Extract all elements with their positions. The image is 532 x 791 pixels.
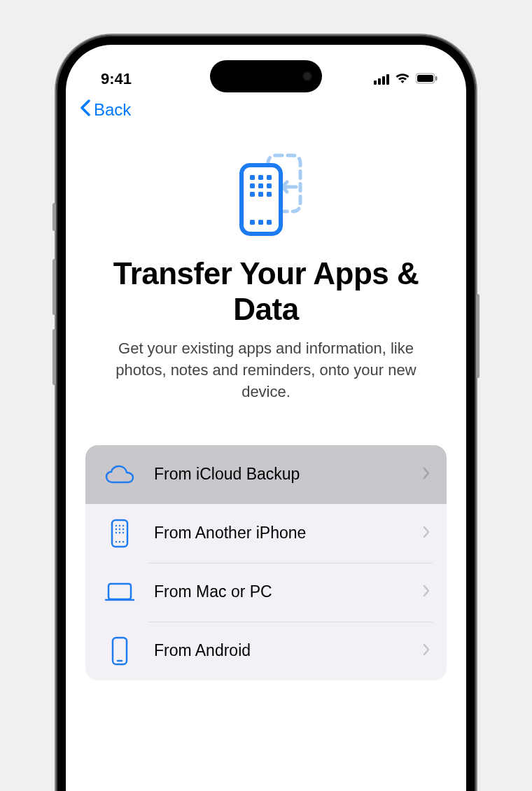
chevron-right-icon: [423, 643, 430, 659]
svg-rect-14: [250, 220, 255, 225]
option-android[interactable]: From Android: [85, 622, 447, 680]
svg-rect-12: [258, 192, 263, 197]
option-label: From Another iPhone: [154, 524, 423, 542]
action-button: [52, 203, 56, 231]
status-indicators: [374, 70, 438, 88]
page-title: Transfer Your Apps & Data: [94, 256, 438, 327]
svg-point-20: [122, 524, 124, 526]
svg-point-27: [115, 540, 117, 542]
volume-up-button: [52, 259, 56, 315]
wifi-icon: [395, 70, 410, 88]
svg-point-26: [122, 531, 124, 533]
option-label: From iCloud Backup: [154, 465, 423, 484]
svg-point-29: [122, 540, 124, 542]
laptop-icon: [102, 581, 137, 603]
screen: 9:41 Back: [66, 45, 466, 791]
svg-rect-13: [267, 192, 272, 197]
svg-point-23: [122, 528, 124, 529]
svg-rect-30: [108, 584, 131, 599]
phone-outline-icon: [102, 636, 137, 666]
cloud-icon: [102, 464, 137, 485]
transfer-options-list: From iCloud Backup From Another iPhone: [85, 445, 447, 680]
option-label: From Android: [154, 641, 423, 660]
svg-point-22: [119, 528, 120, 529]
page-subtitle: Get your existing apps and information, …: [105, 338, 427, 402]
front-camera: [302, 71, 312, 81]
power-button: [476, 294, 479, 378]
svg-rect-1: [417, 75, 433, 82]
svg-rect-16: [267, 220, 272, 225]
hero-section: Transfer Your Apps & Data Get your exist…: [66, 148, 466, 403]
chevron-right-icon: [423, 526, 430, 541]
option-another-iphone[interactable]: From Another iPhone: [85, 504, 447, 563]
svg-rect-5: [250, 175, 255, 180]
svg-rect-6: [258, 175, 263, 180]
iphone-icon: [102, 518, 137, 549]
chevron-right-icon: [423, 584, 430, 600]
svg-rect-8: [250, 183, 255, 188]
svg-point-21: [115, 528, 117, 529]
option-icloud-backup[interactable]: From iCloud Backup: [85, 445, 447, 504]
svg-rect-10: [267, 183, 272, 188]
chevron-left-icon: [80, 99, 91, 120]
svg-point-19: [119, 524, 120, 526]
svg-rect-11: [250, 192, 255, 197]
svg-rect-2: [435, 76, 438, 80]
device-frame: 9:41 Back: [56, 35, 476, 791]
cellular-icon: [374, 74, 389, 85]
svg-rect-9: [258, 183, 263, 188]
battery-icon: [416, 70, 438, 88]
svg-rect-15: [258, 220, 263, 225]
svg-point-28: [119, 540, 120, 542]
volume-down-button: [52, 329, 56, 385]
chevron-right-icon: [423, 467, 430, 482]
nav-bar: Back: [66, 94, 466, 120]
svg-rect-7: [267, 175, 272, 180]
option-label: From Mac or PC: [154, 582, 423, 601]
transfer-hero-icon: [220, 148, 312, 242]
back-label: Back: [94, 100, 131, 120]
svg-point-24: [115, 531, 117, 533]
back-button[interactable]: Back: [80, 99, 131, 120]
status-time: 9:41: [101, 70, 132, 88]
svg-point-25: [119, 531, 120, 533]
svg-point-18: [115, 524, 117, 526]
option-mac-pc[interactable]: From Mac or PC: [85, 563, 447, 622]
dynamic-island: [210, 60, 322, 92]
